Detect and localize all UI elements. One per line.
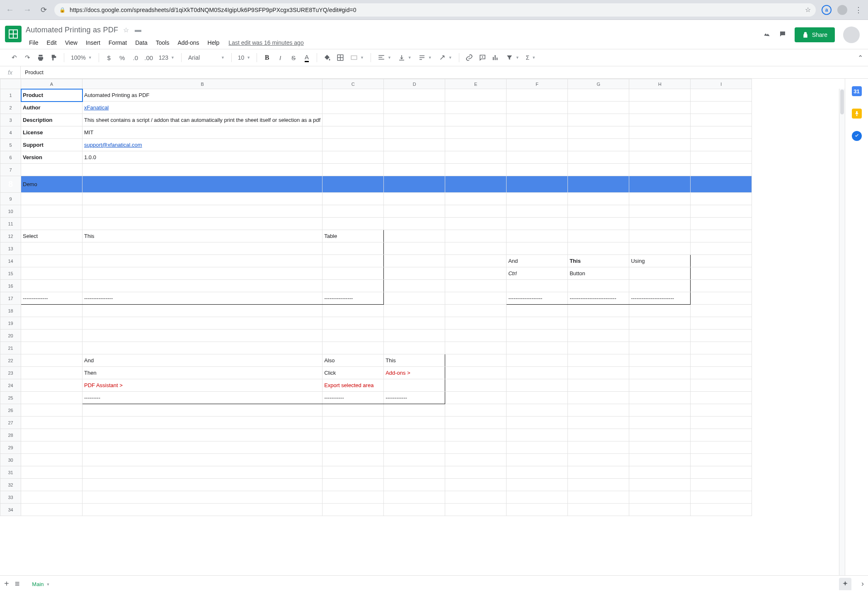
col-D[interactable]: D: [384, 79, 445, 89]
col-B[interactable]: B: [82, 79, 322, 89]
comments-icon[interactable]: [779, 29, 786, 40]
valign-button[interactable]: ▼: [395, 54, 414, 61]
row-header[interactable]: 7: [0, 164, 21, 176]
row-header[interactable]: 8: [0, 176, 21, 193]
sheets-logo[interactable]: [5, 26, 22, 42]
row-header[interactable]: 17: [0, 292, 21, 305]
cell-A4[interactable]: License: [21, 126, 82, 139]
reload-button[interactable]: ⟳: [39, 4, 48, 16]
row-header[interactable]: 2: [0, 102, 21, 114]
keep-sidebar-icon[interactable]: [852, 109, 862, 119]
cell-B12[interactable]: This: [82, 230, 322, 242]
cell-A8[interactable]: Demo: [21, 176, 82, 193]
explore-button[interactable]: [839, 578, 851, 590]
cell-G14[interactable]: This: [568, 255, 629, 267]
share-button[interactable]: Share: [795, 27, 835, 42]
cell-B1[interactable]: Automated Printing as PDF: [82, 89, 322, 102]
row-header[interactable]: 30: [0, 454, 21, 466]
menu-view[interactable]: View: [62, 38, 81, 48]
cell-C25[interactable]: -----------: [322, 392, 384, 404]
cell-F15[interactable]: Ctrl: [507, 267, 568, 280]
sheet-tab-main[interactable]: Main ▼: [25, 577, 56, 591]
cell-D25[interactable]: ------------: [384, 392, 445, 404]
cell-C12[interactable]: Table: [322, 230, 384, 242]
cell-B17[interactable]: ----------------: [82, 292, 322, 305]
functions-button[interactable]: Σ▼: [524, 54, 538, 61]
strike-button[interactable]: S: [288, 52, 299, 63]
menu-file[interactable]: File: [26, 38, 42, 48]
cell-G15[interactable]: Button: [568, 267, 629, 280]
column-header-row[interactable]: A B C D E F G H I: [0, 79, 752, 89]
rotate-button[interactable]: ▼: [436, 54, 455, 61]
dec-decrease-button[interactable]: .0: [130, 52, 141, 63]
menu-data[interactable]: Data: [132, 38, 151, 48]
row-header[interactable]: 9: [0, 193, 21, 205]
row-header[interactable]: 27: [0, 417, 21, 429]
row-header[interactable]: 19: [0, 317, 21, 330]
bold-button[interactable]: B: [261, 52, 273, 63]
collapse-side-panel-button[interactable]: ›: [861, 579, 864, 588]
all-sheets-button[interactable]: ≡: [15, 579, 20, 589]
document-title[interactable]: Automated Printing as PDF: [26, 26, 118, 34]
menu-help[interactable]: Help: [204, 38, 223, 48]
row-header[interactable]: 28: [0, 429, 21, 441]
sheet-tab-menu-icon[interactable]: ▼: [46, 582, 50, 586]
cell-F17[interactable]: -------------------: [507, 292, 568, 305]
italic-button[interactable]: I: [274, 52, 286, 63]
chart-button[interactable]: [490, 52, 502, 63]
cell-H14[interactable]: Using: [629, 255, 691, 267]
cell-B23[interactable]: Then: [82, 367, 322, 379]
vertical-scrollbar[interactable]: [839, 89, 845, 575]
tasks-sidebar-icon[interactable]: [852, 131, 862, 141]
halign-button[interactable]: ▼: [375, 54, 394, 61]
cell-B5[interactable]: support@xfanatical.com: [82, 139, 322, 151]
cell-C22[interactable]: Also: [322, 354, 384, 367]
user-avatar[interactable]: [843, 27, 860, 43]
activity-icon[interactable]: [763, 29, 771, 40]
star-document-icon[interactable]: ☆: [123, 26, 129, 34]
row-header[interactable]: 15: [0, 267, 21, 280]
col-I[interactable]: I: [691, 79, 752, 89]
col-F[interactable]: F: [507, 79, 568, 89]
bookmark-star-icon[interactable]: ☆: [805, 6, 811, 14]
browser-menu-button[interactable]: ⋮: [853, 5, 864, 15]
col-E[interactable]: E: [445, 79, 507, 89]
row-header[interactable]: 3: [0, 114, 21, 126]
row-header[interactable]: 21: [0, 342, 21, 354]
back-button[interactable]: ←: [4, 3, 16, 16]
print-button[interactable]: [35, 52, 46, 63]
row-header[interactable]: 13: [0, 242, 21, 255]
menu-tools[interactable]: Tools: [153, 38, 173, 48]
row-header[interactable]: 10: [0, 205, 21, 218]
row-header[interactable]: 12: [0, 230, 21, 242]
percent-button[interactable]: %: [116, 52, 128, 63]
cell-G17[interactable]: --------------------------: [568, 292, 629, 305]
col-H[interactable]: H: [629, 79, 691, 89]
row-header[interactable]: 23: [0, 367, 21, 379]
cell-B22[interactable]: And: [82, 354, 322, 367]
cell-A12[interactable]: Select: [21, 230, 82, 242]
menu-insert[interactable]: Insert: [82, 38, 104, 48]
browser-profile-avatar[interactable]: [837, 5, 847, 15]
merge-button[interactable]: ▼: [348, 54, 366, 61]
col-C[interactable]: C: [322, 79, 384, 89]
cell-B4[interactable]: MIT: [82, 126, 322, 139]
cell-C24[interactable]: Export selected area: [322, 379, 384, 392]
cell-B2[interactable]: xFanatical: [82, 102, 322, 114]
fill-color-button[interactable]: [321, 52, 333, 63]
currency-button[interactable]: $: [103, 52, 115, 63]
cell-A17[interactable]: --------------: [21, 292, 82, 305]
link-button[interactable]: [463, 52, 475, 63]
cell-B6[interactable]: 1.0.0: [82, 151, 322, 164]
font-combo[interactable]: Arial▼: [186, 54, 227, 61]
comment-button[interactable]: [477, 52, 488, 63]
row-header[interactable]: 25: [0, 392, 21, 404]
dec-increase-button[interactable]: .00: [143, 52, 155, 63]
cell-A5[interactable]: Support: [21, 139, 82, 151]
zoom-combo[interactable]: 100%▼: [68, 54, 95, 61]
col-A[interactable]: A: [21, 79, 82, 89]
font-size-combo[interactable]: 10▼: [236, 54, 252, 61]
row-header[interactable]: 14: [0, 255, 21, 267]
row-header[interactable]: 34: [0, 504, 21, 516]
row-header[interactable]: 16: [0, 280, 21, 292]
